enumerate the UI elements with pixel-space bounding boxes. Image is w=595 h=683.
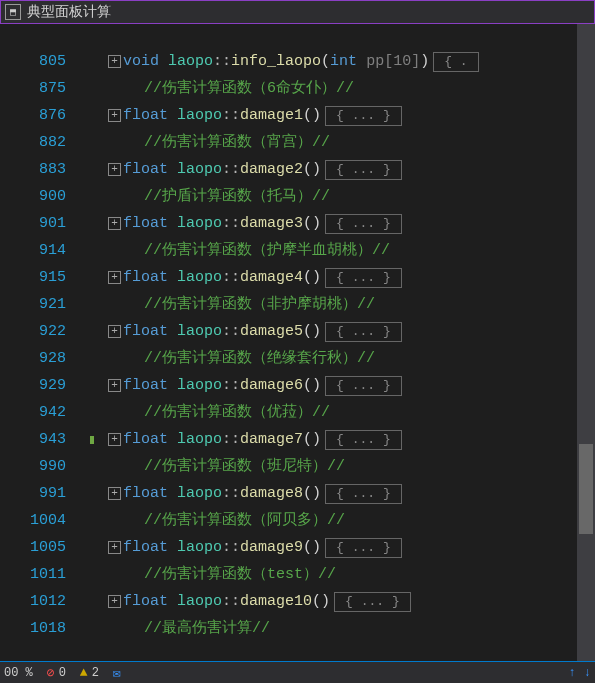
- change-marker: [88, 210, 108, 237]
- code-line[interactable]: //伤害计算函数（班尼特）//: [108, 453, 577, 480]
- code-line[interactable]: +float laopo::damage10(){ ... }: [108, 588, 577, 615]
- fold-expand-icon[interactable]: +: [108, 217, 121, 230]
- change-marker: [88, 183, 108, 210]
- line-number: 1011: [0, 561, 88, 588]
- fold-gutter: [88, 24, 108, 661]
- code-line[interactable]: //伤害计算函数（test）//: [108, 561, 577, 588]
- nav-arrows[interactable]: ↑ ↓: [569, 666, 591, 680]
- collapsed-body[interactable]: { ... }: [325, 160, 402, 180]
- change-marker: [88, 426, 108, 453]
- code-line[interactable]: //伤害计算函数（优菈）//: [108, 399, 577, 426]
- fold-expand-icon[interactable]: +: [108, 271, 121, 284]
- collapsed-body[interactable]: { ... }: [334, 592, 411, 612]
- line-number: 943: [0, 426, 88, 453]
- code-line[interactable]: //伤害计算函数（护摩半血胡桃）//: [108, 237, 577, 264]
- code-line[interactable]: +float laopo::damage4(){ ... }: [108, 264, 577, 291]
- change-marker: [88, 507, 108, 534]
- fold-expand-icon[interactable]: +: [108, 163, 121, 176]
- fold-expand-icon[interactable]: +: [108, 325, 121, 338]
- code-signature: float laopo::damage6(): [123, 372, 321, 399]
- vertical-scrollbar[interactable]: [577, 24, 595, 661]
- code-line[interactable]: +void laopo::info_laopo(int pp[10]){ .: [108, 48, 577, 75]
- scrollbar-thumb[interactable]: [579, 444, 593, 534]
- code-comment: //伤害计算函数（优菈）//: [144, 399, 330, 426]
- editor: 8058758768828839009019149159219229289299…: [0, 24, 595, 661]
- change-marker: [88, 291, 108, 318]
- nav-up-icon[interactable]: ↑: [569, 666, 576, 680]
- code-comment: //最高伤害计算//: [144, 615, 270, 642]
- code-signature: float laopo::damage7(): [123, 426, 321, 453]
- code-line[interactable]: +float laopo::damage5(){ ... }: [108, 318, 577, 345]
- line-number: 921: [0, 291, 88, 318]
- warning-count: 2: [92, 666, 99, 680]
- fold-expand-icon[interactable]: +: [108, 541, 121, 554]
- nav-down-icon[interactable]: ↓: [584, 666, 591, 680]
- titlebar-icon: ⬒: [5, 4, 21, 20]
- collapsed-body[interactable]: { ... }: [325, 376, 402, 396]
- change-marker: [88, 561, 108, 588]
- code-signature: float laopo::damage2(): [123, 156, 321, 183]
- code-signature: float laopo::damage4(): [123, 264, 321, 291]
- line-number: 882: [0, 129, 88, 156]
- code-line[interactable]: +float laopo::damage2(){ ... }: [108, 156, 577, 183]
- change-marker: [88, 102, 108, 129]
- code-comment: //伤害计算函数（阿贝多）//: [144, 507, 345, 534]
- code-area[interactable]: +void laopo::info_laopo(int pp[10]){ . /…: [108, 24, 577, 661]
- collapsed-body[interactable]: { ... }: [325, 214, 402, 234]
- code-signature: void laopo::info_laopo(int pp[10]): [123, 48, 429, 75]
- line-number: 914: [0, 237, 88, 264]
- code-comment: //伤害计算函数（班尼特）//: [144, 453, 345, 480]
- line-number: 929: [0, 372, 88, 399]
- titlebar[interactable]: ⬒ 典型面板计算: [0, 0, 595, 24]
- collapsed-body[interactable]: { .: [433, 52, 478, 72]
- code-signature: float laopo::damage10(): [123, 588, 330, 615]
- collapsed-body[interactable]: { ... }: [325, 268, 402, 288]
- collapsed-body[interactable]: { ... }: [325, 322, 402, 342]
- code-line[interactable]: //伤害计算函数（宵宫）//: [108, 129, 577, 156]
- line-number: 1018: [0, 615, 88, 642]
- fold-expand-icon[interactable]: +: [108, 55, 121, 68]
- change-marker: [88, 399, 108, 426]
- fold-expand-icon[interactable]: +: [108, 595, 121, 608]
- code-line[interactable]: //伤害计算函数（阿贝多）//: [108, 507, 577, 534]
- status-warnings[interactable]: ▲ 2: [80, 665, 99, 680]
- status-percent: 00 %: [4, 666, 33, 680]
- code-line[interactable]: +float laopo::damage3(){ ... }: [108, 210, 577, 237]
- fold-expand-icon[interactable]: +: [108, 109, 121, 122]
- change-marker: [88, 48, 108, 75]
- change-marker: [88, 453, 108, 480]
- line-number: 875: [0, 75, 88, 102]
- line-number: 900: [0, 183, 88, 210]
- code-line[interactable]: //伤害计算函数（绝缘套行秋）//: [108, 345, 577, 372]
- code-line[interactable]: //伤害计算函数（非护摩胡桃）//: [108, 291, 577, 318]
- code-signature: float laopo::damage1(): [123, 102, 321, 129]
- collapsed-body[interactable]: { ... }: [325, 430, 402, 450]
- fold-expand-icon[interactable]: +: [108, 433, 121, 446]
- line-number: 942: [0, 399, 88, 426]
- code-comment: //伤害计算函数（宵宫）//: [144, 129, 330, 156]
- line-number: 805: [0, 48, 88, 75]
- titlebar-title: 典型面板计算: [27, 3, 111, 21]
- code-line[interactable]: //伤害计算函数（6命女仆）//: [108, 75, 577, 102]
- status-messages[interactable]: ✉: [113, 665, 121, 681]
- change-marker: [88, 129, 108, 156]
- code-line[interactable]: +float laopo::damage6(){ ... }: [108, 372, 577, 399]
- code-line[interactable]: +float laopo::damage1(){ ... }: [108, 102, 577, 129]
- collapsed-body[interactable]: { ... }: [325, 106, 402, 126]
- line-number: 876: [0, 102, 88, 129]
- code-line[interactable]: //最高伤害计算//: [108, 615, 577, 642]
- code-line[interactable]: //护盾计算函数（托马）//: [108, 183, 577, 210]
- collapsed-body[interactable]: { ... }: [325, 538, 402, 558]
- code-line[interactable]: +float laopo::damage8(){ ... }: [108, 480, 577, 507]
- status-errors[interactable]: ⊘ 0: [47, 665, 66, 681]
- fold-expand-icon[interactable]: +: [108, 487, 121, 500]
- code-line[interactable]: +float laopo::damage7(){ ... }: [108, 426, 577, 453]
- collapsed-body[interactable]: { ... }: [325, 484, 402, 504]
- line-number: 928: [0, 345, 88, 372]
- code-line[interactable]: +float laopo::damage9(){ ... }: [108, 534, 577, 561]
- change-marker: [88, 534, 108, 561]
- line-number: 1005: [0, 534, 88, 561]
- code-signature: float laopo::damage3(): [123, 210, 321, 237]
- change-marker: [88, 480, 108, 507]
- fold-expand-icon[interactable]: +: [108, 379, 121, 392]
